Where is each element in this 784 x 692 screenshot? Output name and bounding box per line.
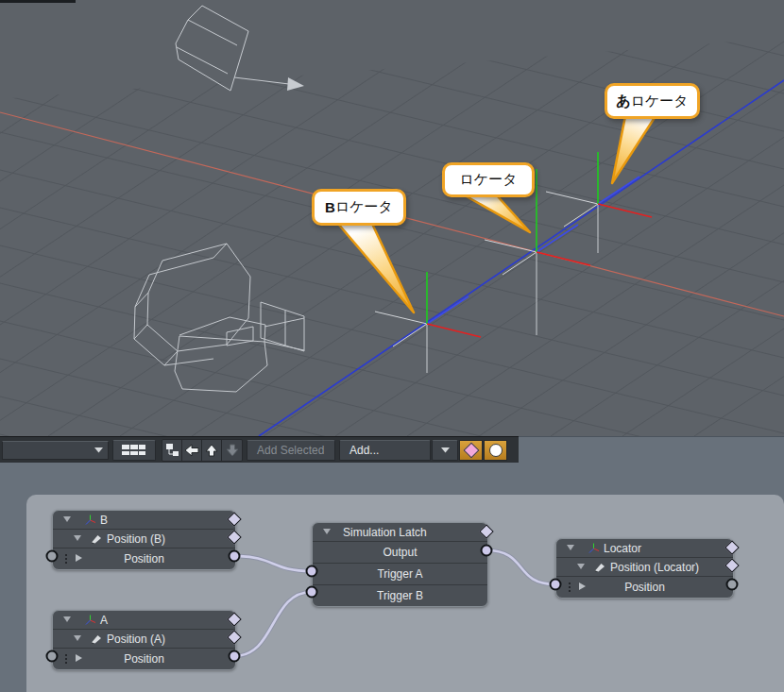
channel-group-row[interactable]: Position (A) xyxy=(53,629,235,648)
channel-row[interactable]: Position xyxy=(53,648,235,669)
locator-axis-icon xyxy=(84,514,96,526)
port-simulation-latch-output-out[interactable] xyxy=(481,545,493,557)
toolbar-filler xyxy=(519,436,784,463)
row-label: Position (A) xyxy=(107,633,165,646)
3d-viewport[interactable]: Bロケータ ロケータ あロケータ xyxy=(0,0,784,436)
chevron-down-icon xyxy=(441,447,450,453)
nav-left-button[interactable] xyxy=(182,440,202,461)
add-button[interactable]: Add... xyxy=(339,440,431,461)
channel-edit-icon xyxy=(594,561,605,572)
collapse-arrow-icon[interactable] xyxy=(63,616,71,622)
navigation-button-group xyxy=(162,439,243,462)
add-selected-button[interactable]: Add Selected xyxy=(247,440,335,461)
port-locator-position-in[interactable] xyxy=(550,579,562,591)
channel-row[interactable]: Trigger B xyxy=(313,584,487,606)
port-a-position-out[interactable] xyxy=(229,650,241,663)
callout-a-locator: あロケータ xyxy=(605,83,700,119)
layout-button[interactable] xyxy=(112,440,156,461)
circle-icon xyxy=(489,444,503,457)
node-title: Locator xyxy=(604,542,641,555)
callout-text: B xyxy=(325,199,335,215)
show-items-toggle[interactable] xyxy=(459,440,483,461)
callout-tail xyxy=(465,195,530,232)
row-label: Position (B) xyxy=(107,532,165,546)
diamond-icon xyxy=(463,442,479,458)
row-label: Position xyxy=(53,552,235,565)
row-label: Position xyxy=(53,652,235,666)
locator-axis-icon xyxy=(84,614,96,626)
hierarchy-icon xyxy=(164,443,179,457)
wire[interactable] xyxy=(234,556,312,571)
channel-row[interactable]: Position xyxy=(53,548,235,569)
collapse-arrow-icon[interactable] xyxy=(74,635,81,641)
wire[interactable] xyxy=(486,550,555,584)
wire[interactable] xyxy=(234,592,312,656)
layout-grid-icon xyxy=(122,445,146,456)
collapse-arrow-icon[interactable] xyxy=(577,564,585,569)
callout-b-locator: Bロケータ xyxy=(312,189,406,226)
world-z-axis xyxy=(259,80,784,436)
preset-dropdown[interactable] xyxy=(2,441,109,460)
arrow-down-icon xyxy=(225,444,240,457)
channel-edit-icon xyxy=(91,532,102,544)
row-label: Position (Locator) xyxy=(610,561,699,574)
callout-text: ロケータ xyxy=(335,198,393,216)
channel-row[interactable]: Trigger A xyxy=(313,563,487,584)
port-locator-position-out[interactable] xyxy=(726,579,739,591)
channel-group-row[interactable]: Position (B) xyxy=(53,529,235,548)
row-label: Trigger A xyxy=(313,567,487,581)
node-title: Simulation Latch xyxy=(343,526,427,539)
row-label: Position xyxy=(556,581,733,594)
nav-up-button[interactable] xyxy=(202,440,222,461)
wireframe-directional-light[interactable] xyxy=(176,6,304,91)
show-channels-toggle[interactable] xyxy=(484,440,507,461)
node-header[interactable]: A xyxy=(53,611,235,629)
callout-text: ロケータ xyxy=(459,171,517,189)
toolbar-main: Add Selected Add... xyxy=(0,436,519,463)
port-simulation-latch-trigger-b-in[interactable] xyxy=(306,586,318,599)
viewport-tab-remnant xyxy=(0,0,76,3)
node-title: B xyxy=(100,514,108,527)
port-b-position-in[interactable] xyxy=(46,550,59,563)
arrow-up-icon xyxy=(204,444,219,457)
port-a-position-in[interactable] xyxy=(46,650,59,663)
schematic-toolbar: Add Selected Add... xyxy=(0,436,784,463)
node-title: A xyxy=(100,614,108,627)
channel-row[interactable]: Position xyxy=(556,576,733,598)
node-header[interactable]: B xyxy=(53,511,235,529)
schematic-canvas[interactable]: BPosition (B)PositionAPosition (A)Positi… xyxy=(0,463,784,692)
row-label: Trigger B xyxy=(313,589,487,602)
channel-row[interactable]: Output xyxy=(313,541,487,563)
node-b[interactable]: BPosition (B)Position xyxy=(52,510,236,570)
row-label: Output xyxy=(313,546,487,559)
nav-down-button[interactable] xyxy=(222,440,242,461)
callout-locator: ロケータ xyxy=(442,162,535,197)
node-header[interactable]: Simulation Latch xyxy=(313,523,487,541)
node-locator[interactable]: LocatorPosition (Locator)Position xyxy=(555,538,734,599)
node-header[interactable]: Locator xyxy=(556,539,733,557)
collapse-arrow-icon[interactable] xyxy=(74,535,81,541)
locator-axis-icon xyxy=(588,542,600,554)
channel-group-row[interactable]: Position (Locator) xyxy=(556,557,733,576)
arrow-left-icon xyxy=(184,444,199,457)
node-a[interactable]: APosition (A)Position xyxy=(52,610,236,670)
collapse-arrow-icon[interactable] xyxy=(567,545,574,550)
port-b-position-out[interactable] xyxy=(229,550,241,563)
hierarchy-button[interactable] xyxy=(162,440,182,461)
collapse-arrow-icon[interactable] xyxy=(323,529,331,534)
channel-edit-icon xyxy=(91,633,102,644)
callout-tail xyxy=(612,116,656,183)
node-simulation-latch[interactable]: Simulation LatchOutputTrigger ATrigger B xyxy=(312,522,488,607)
port-simulation-latch-trigger-a-in[interactable] xyxy=(306,565,318,578)
add-dropdown-button[interactable] xyxy=(432,440,458,461)
chevron-down-icon xyxy=(94,447,103,453)
callout-tail xyxy=(338,224,414,312)
callout-text: ロケータ xyxy=(631,93,689,110)
collapse-arrow-icon[interactable] xyxy=(63,516,71,522)
